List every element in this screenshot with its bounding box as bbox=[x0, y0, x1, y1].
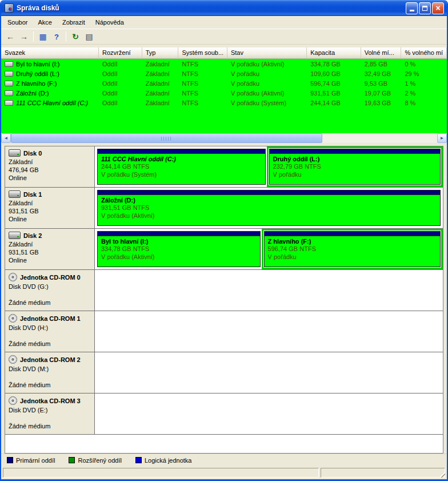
toolbar-separator bbox=[66, 31, 66, 42]
cdrom-info-panel[interactable]: Jednotka CD-ROM 3Disk DVD (E:)Žádné médi… bbox=[5, 393, 95, 434]
partition-status: V pořádku (Aktivní) bbox=[101, 212, 437, 220]
volume-cell: Druhý oddíl (L:) bbox=[1, 70, 99, 77]
volume-cell: V pořádku (Aktivní) bbox=[227, 61, 307, 67]
maximize-button[interactable] bbox=[419, 2, 431, 14]
title-bar[interactable]: Správa disků × bbox=[1, 0, 447, 16]
column-header-6[interactable]: Volné mí... bbox=[361, 47, 402, 59]
minimize-button[interactable] bbox=[406, 2, 418, 14]
volume-cell: Záložní (D:) bbox=[1, 90, 99, 97]
volume-cell: V pořádku bbox=[227, 70, 307, 77]
volume-row[interactable]: 111 CCC Hlavní oddíl (C:)OddílZákladníNT… bbox=[1, 98, 447, 108]
partition-area bbox=[95, 352, 443, 393]
partition-name: Byl to hlavní (I:) bbox=[101, 238, 257, 245]
cdrom-icon bbox=[9, 396, 17, 405]
partition-block[interactable]: 111 CCC Hlavní oddíl (C:)244,14 GB NTFSV… bbox=[97, 149, 266, 185]
volume-cell: Základní bbox=[142, 80, 179, 87]
partition-status: V pořádku (Aktivní) bbox=[101, 253, 257, 261]
device-type: Disk DVD (G:) bbox=[9, 283, 91, 291]
forward-button[interactable]: → bbox=[17, 30, 31, 43]
volume-cell: Základní bbox=[142, 100, 179, 106]
disk-info-panel[interactable]: Disk 2Základní931,51 GBOnline bbox=[5, 229, 95, 269]
column-header-0[interactable]: Svazek bbox=[1, 47, 99, 59]
volume-name: Druhý oddíl (L:) bbox=[16, 70, 59, 77]
menu-item-1[interactable]: Akce bbox=[33, 17, 57, 28]
scrollbar-track[interactable] bbox=[11, 133, 437, 143]
scroll-left-button[interactable]: ◄ bbox=[1, 133, 11, 143]
column-header-3[interactable]: Systém soub... bbox=[178, 47, 227, 59]
volume-row[interactable]: Z hlavního (F:)OddílZákladníNTFSV pořádk… bbox=[1, 78, 447, 88]
device-status: Online bbox=[9, 256, 91, 264]
volume-cell: 111 CCC Hlavní oddíl (C:) bbox=[1, 100, 99, 106]
volume-cell: Oddíl bbox=[99, 61, 142, 67]
legend-label: Primární oddíl bbox=[16, 457, 55, 464]
maximize-icon bbox=[422, 6, 427, 11]
volume-name: Byl to hlavní (I:) bbox=[16, 61, 59, 67]
close-button[interactable]: × bbox=[432, 2, 444, 14]
partition-body: Záložní (D:)931,51 GB NTFSV pořádku (Akt… bbox=[98, 195, 440, 225]
column-header-4[interactable]: Stav bbox=[227, 47, 307, 59]
scrollbar-thumb[interactable] bbox=[11, 133, 322, 143]
volume-cell: NTFS bbox=[178, 80, 227, 87]
partition-area: Byl to hlavní (I:)334,78 GB NTFSV pořádk… bbox=[95, 229, 443, 269]
cdrom-icon bbox=[9, 355, 17, 364]
menu-item-3[interactable]: Nápověda bbox=[90, 17, 129, 28]
column-header-label: Typ bbox=[146, 49, 156, 56]
window-title: Správa disků bbox=[17, 4, 403, 12]
cdrom-row: Jednotka CD-ROM 3Disk DVD (E:)Žádné médi… bbox=[5, 393, 443, 435]
menu-item-0[interactable]: Soubor bbox=[2, 17, 33, 28]
partition-name: Záložní (D:) bbox=[101, 197, 437, 204]
horizontal-scrollbar[interactable]: ◄ ► bbox=[1, 133, 447, 143]
volume-cell: Základní bbox=[142, 70, 179, 77]
partition-block[interactable]: Byl to hlavní (I:)334,78 GB NTFSV pořádk… bbox=[97, 231, 261, 267]
column-header-7[interactable]: % volného mí bbox=[401, 47, 447, 59]
volume-row[interactable]: Byl to hlavní (I:)OddílZákladníNTFSV poř… bbox=[1, 59, 447, 69]
volume-cell: Oddíl bbox=[99, 90, 142, 97]
volume-table-body: Byl to hlavní (I:)OddílZákladníNTFSV poř… bbox=[1, 59, 447, 133]
column-header-2[interactable]: Typ bbox=[142, 47, 179, 59]
scroll-right-button[interactable]: ► bbox=[437, 133, 447, 143]
partition-area: Záložní (D:)931,51 GB NTFSV pořádku (Akt… bbox=[95, 188, 443, 228]
legend-item-1: Rozšířený oddíl bbox=[69, 457, 121, 464]
volume-row[interactable]: Záložní (D:)OddílZákladníNTFSV pořádku (… bbox=[1, 88, 447, 98]
cdrom-info-panel[interactable]: Jednotka CD-ROM 1Disk DVD (H:)Žádné médi… bbox=[5, 311, 95, 352]
back-button[interactable]: ← bbox=[3, 30, 17, 43]
partition-name: 111 CCC Hlavní oddíl (C:) bbox=[101, 156, 262, 162]
volume-cell: 596,74 GB bbox=[307, 80, 361, 87]
resize-grip[interactable] bbox=[438, 470, 445, 478]
console-tree-button[interactable]: ▦ bbox=[36, 30, 50, 43]
volume-cell: V pořádku bbox=[227, 80, 307, 87]
column-header-5[interactable]: Kapacita bbox=[307, 47, 361, 59]
device-name: Disk 0 bbox=[23, 150, 42, 157]
volume-row[interactable]: Druhý oddíl (L:)OddílZákladníNTFSV pořád… bbox=[1, 69, 447, 78]
menu-item-2[interactable]: Zobrazit bbox=[57, 17, 90, 28]
help-button[interactable]: ? bbox=[50, 30, 63, 43]
cdrom-info-panel[interactable]: Jednotka CD-ROM 0Disk DVD (G:)Žádné médi… bbox=[5, 270, 95, 311]
primary-partition-band bbox=[98, 149, 265, 154]
status-bar bbox=[1, 466, 447, 479]
column-header-1[interactable]: Rozvržení bbox=[99, 47, 142, 59]
disk-view-button[interactable]: ▤ bbox=[82, 30, 96, 43]
column-header-label: Kapacita bbox=[310, 49, 335, 56]
column-header-label: Svazek bbox=[5, 49, 25, 56]
column-header-label: % volného mí bbox=[405, 49, 443, 56]
disk-info-panel[interactable]: Disk 0Základní476,94 GBOnline bbox=[5, 146, 95, 187]
partition-block[interactable]: Druhý oddíl (L:)232,79 GB NTFSV pořádku bbox=[269, 149, 441, 185]
device-name: Jednotka CD-ROM 1 bbox=[20, 315, 81, 322]
partition-size: 334,78 GB NTFS bbox=[101, 245, 257, 253]
device-size: 476,94 GB bbox=[9, 166, 91, 174]
device-type: Základní bbox=[9, 158, 91, 166]
partition-body: 111 CCC Hlavní oddíl (C:)244,14 GB NTFSV… bbox=[98, 154, 265, 184]
column-header-label: Rozvržení bbox=[102, 49, 131, 56]
menu-bar: SouborAkceZobrazitNápověda bbox=[1, 16, 447, 29]
volume-cell: 1 % bbox=[401, 80, 447, 87]
disk-icon bbox=[9, 190, 21, 198]
legend-label: Rozšířený oddíl bbox=[78, 457, 121, 464]
partition-block[interactable]: Záložní (D:)931,51 GB NTFSV pořádku (Akt… bbox=[97, 190, 441, 226]
disk-info-panel[interactable]: Disk 1Základní931,51 GBOnline bbox=[5, 188, 95, 228]
partition-block[interactable]: Z hlavního (F:)596,74 GB NTFSV pořádku bbox=[264, 231, 441, 267]
volume-cell: 2,85 GB bbox=[361, 61, 402, 67]
legend-item-0: Primární oddíl bbox=[7, 457, 55, 464]
device-size: 931,51 GB bbox=[9, 248, 91, 256]
cdrom-info-panel[interactable]: Jednotka CD-ROM 2Disk DVD (M:)Žádné médi… bbox=[5, 352, 95, 393]
refresh-button[interactable]: ↻ bbox=[69, 30, 82, 43]
